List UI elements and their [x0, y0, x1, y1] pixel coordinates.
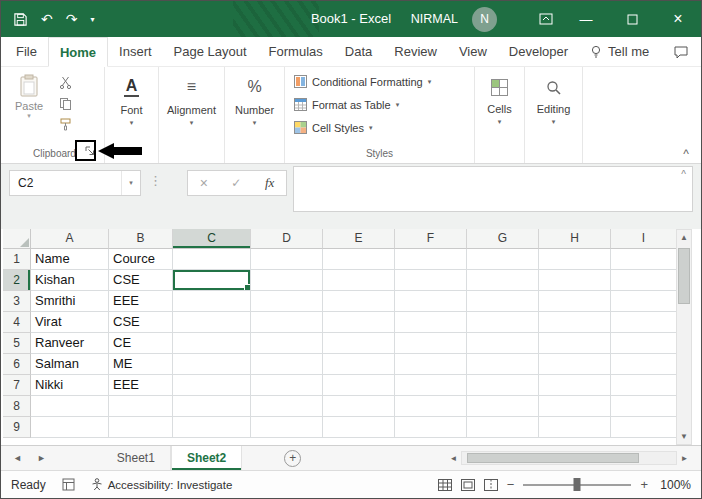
normal-view-icon[interactable]	[438, 479, 452, 491]
formula-bar-resize-handle[interactable]: ⋮	[149, 173, 162, 188]
column-header-D[interactable]: D	[251, 229, 323, 249]
row-header-9[interactable]: 9	[3, 417, 31, 438]
cell-B6[interactable]: ME	[109, 354, 173, 375]
cell-D2[interactable]	[251, 270, 323, 291]
zoom-slider[interactable]	[523, 484, 631, 486]
row-header-3[interactable]: 3	[3, 291, 31, 312]
cell-G5[interactable]	[467, 333, 539, 354]
row-header-6[interactable]: 6	[3, 354, 31, 375]
cell-D6[interactable]	[251, 354, 323, 375]
cell-G7[interactable]	[467, 375, 539, 396]
cell-G3[interactable]	[467, 291, 539, 312]
alignment-group-collapsed[interactable]: ≡ Alignment ▾	[159, 67, 225, 163]
cell-D1[interactable]	[251, 249, 323, 270]
cell-H1[interactable]	[539, 249, 611, 270]
ribbon-display-options-icon[interactable]	[529, 1, 563, 37]
macro-record-icon[interactable]	[62, 478, 75, 491]
horizontal-scroll-thumb[interactable]	[467, 453, 639, 463]
avatar[interactable]: N	[472, 7, 497, 32]
cell-A7[interactable]: Nikki	[31, 375, 109, 396]
formula-input[interactable]: ^	[293, 166, 693, 212]
ribbon-tab-insert[interactable]: Insert	[108, 37, 163, 66]
cell-D9[interactable]	[251, 417, 323, 438]
cell-E2[interactable]	[323, 270, 395, 291]
cell-A5[interactable]: Ranveer	[31, 333, 109, 354]
column-header-A[interactable]: A	[31, 229, 109, 249]
editing-group-collapsed[interactable]: Editing ▾	[525, 67, 583, 163]
cell-D8[interactable]	[251, 396, 323, 417]
scroll-right-icon[interactable]: ►	[677, 454, 692, 463]
cell-C3[interactable]	[173, 291, 251, 312]
tell-me-box[interactable]: Tell me	[579, 37, 660, 66]
cell-B7[interactable]: EEE	[109, 375, 173, 396]
cell-A4[interactable]: Virat	[31, 312, 109, 333]
cell-I6[interactable]	[611, 354, 677, 375]
undo-icon[interactable]: ↶	[41, 11, 53, 27]
row-header-8[interactable]: 8	[3, 396, 31, 417]
cell-A9[interactable]	[31, 417, 109, 438]
horizontal-scrollbar[interactable]: ◄ ►	[446, 450, 692, 466]
cell-D7[interactable]	[251, 375, 323, 396]
cell-F1[interactable]	[395, 249, 467, 270]
ribbon-tab-home[interactable]: Home	[48, 37, 108, 67]
cell-C5[interactable]	[173, 333, 251, 354]
row-header-4[interactable]: 4	[3, 312, 31, 333]
cell-B3[interactable]: EEE	[109, 291, 173, 312]
cell-B8[interactable]	[109, 396, 173, 417]
cell-H5[interactable]	[539, 333, 611, 354]
column-header-C[interactable]: C	[173, 229, 251, 249]
cell-I2[interactable]	[611, 270, 677, 291]
copy-icon[interactable]	[59, 97, 72, 110]
cells-group-collapsed[interactable]: Cells ▾	[475, 67, 525, 163]
cell-E6[interactable]	[323, 354, 395, 375]
format-painter-icon[interactable]	[59, 118, 72, 131]
cell-B5[interactable]: CE	[109, 333, 173, 354]
sheet-tab-sheet1[interactable]: Sheet1	[102, 446, 171, 470]
select-all-corner[interactable]	[3, 229, 31, 249]
save-icon[interactable]	[13, 12, 28, 27]
sheet-tab-sheet2[interactable]: Sheet2	[171, 446, 242, 470]
cell-B4[interactable]: CSE	[109, 312, 173, 333]
column-header-H[interactable]: H	[539, 229, 611, 249]
cell-H7[interactable]	[539, 375, 611, 396]
cell-B9[interactable]	[109, 417, 173, 438]
cell-C8[interactable]	[173, 396, 251, 417]
cell-C6[interactable]	[173, 354, 251, 375]
cell-H3[interactable]	[539, 291, 611, 312]
cell-G9[interactable]	[467, 417, 539, 438]
cell-D3[interactable]	[251, 291, 323, 312]
cell-E4[interactable]	[323, 312, 395, 333]
minimize-button[interactable]: —	[563, 1, 609, 37]
column-header-I[interactable]: I	[611, 229, 677, 249]
user-name[interactable]: NIRMAL	[411, 12, 458, 26]
cancel-icon[interactable]: ×	[200, 175, 208, 191]
vertical-scroll-thumb[interactable]	[678, 248, 690, 304]
row-header-2[interactable]: 2	[3, 270, 31, 291]
qat-customize-icon[interactable]: ▾	[90, 15, 94, 24]
enter-check-icon[interactable]: ✓	[231, 176, 241, 190]
cell-A3[interactable]: Smrithi	[31, 291, 109, 312]
ribbon-tab-formulas[interactable]: Formulas	[258, 37, 334, 66]
column-header-B[interactable]: B	[109, 229, 173, 249]
scroll-down-icon[interactable]: ▼	[680, 429, 688, 444]
cell-F7[interactable]	[395, 375, 467, 396]
vertical-scrollbar[interactable]: ▲ ▼	[676, 229, 692, 445]
cell-G2[interactable]	[467, 270, 539, 291]
comment-icon[interactable]	[673, 45, 689, 59]
cell-C1[interactable]	[173, 249, 251, 270]
cell-B1[interactable]: Cource	[109, 249, 173, 270]
row-header-7[interactable]: 7	[3, 375, 31, 396]
ribbon-tab-view[interactable]: View	[448, 37, 498, 66]
ribbon-tab-data[interactable]: Data	[334, 37, 383, 66]
name-box[interactable]: C2 ▾	[9, 170, 141, 196]
cell-F2[interactable]	[395, 270, 467, 291]
cell-I8[interactable]	[611, 396, 677, 417]
ribbon-tab-review[interactable]: Review	[383, 37, 448, 66]
sheet-nav-left-icon[interactable]: ◄	[13, 453, 22, 463]
cell-D4[interactable]	[251, 312, 323, 333]
conditional-formatting-button[interactable]: Conditional Formatting ▾	[294, 73, 474, 90]
row-header-1[interactable]: 1	[3, 249, 31, 270]
scroll-up-icon[interactable]: ▲	[680, 230, 688, 245]
cell-styles-button[interactable]: Cell Styles ▾	[294, 119, 474, 136]
page-layout-view-icon[interactable]	[461, 479, 475, 491]
